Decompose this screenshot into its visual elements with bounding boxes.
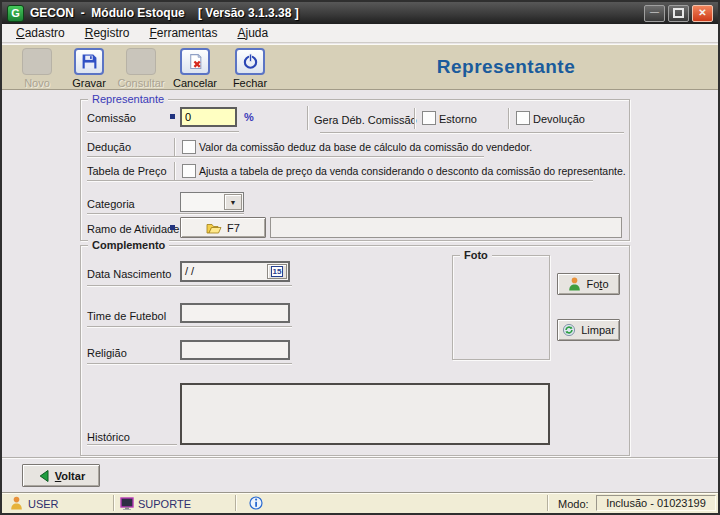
fechar-button[interactable]: Fechar [221,48,279,89]
time-futebol-label: Time de Futebol [87,310,166,322]
modo-value: Inclusão - 01023199 [596,495,716,511]
maximize-button[interactable] [668,5,689,22]
categoria-label: Categoria [87,198,135,210]
gravar-button[interactable]: Gravar [60,48,118,89]
separator [508,108,510,129]
separator [113,495,115,511]
separator [320,132,624,134]
separator [174,138,176,156]
ramo-lookup-label: F7 [227,222,240,234]
app-window: G GECON - Módulo Estoque [ Versão 3.1.3.… [0,0,720,515]
minimize-button[interactable]: — [644,5,665,22]
power-close-icon [235,48,265,75]
separator [235,495,237,511]
deducao-label: Dedução [87,141,131,153]
toolbar: Novo Gravar Consultar Cancelar Fechar Re… [2,44,718,90]
person-icon [568,277,581,291]
data-nascimento-field[interactable]: / / 15 [180,261,290,282]
estorno-checkbox[interactable] [422,111,436,125]
novo-button[interactable]: Novo [8,48,66,89]
categoria-select[interactable]: ▼ [180,192,244,212]
foto-groupbox [452,255,550,360]
separator [87,131,239,133]
user-icon [10,496,23,510]
comissao-input[interactable] [180,107,237,127]
percent-sign: % [244,111,254,123]
foto-button-label: Foto [586,278,608,290]
voltar-button[interactable]: Voltar [22,464,100,487]
separator [87,156,484,158]
cancelar-button[interactable]: Cancelar [166,48,224,89]
religiao-input[interactable] [180,340,290,360]
separator [174,162,176,180]
ramo-atividade-label: Ramo de Atividade [87,223,179,235]
modo-label: Modo: [558,498,589,510]
maximize-icon [673,8,684,18]
close-button[interactable]: ✕ [692,5,713,22]
separator [87,213,244,215]
foto-group-title: Foto [460,249,492,261]
search-icon [126,48,156,75]
menu-registro[interactable]: Registro [75,24,140,43]
separator [414,108,416,129]
minimize-icon: — [650,7,659,17]
calendar-icon: 15 [271,266,284,277]
estorno-label: Estorno [439,113,477,125]
monitor-icon [120,497,134,510]
tabela-preco-checkbox[interactable] [182,164,196,178]
back-arrow-icon [37,469,50,483]
deducao-checkbox[interactable] [182,140,196,154]
devolucao-checkbox[interactable] [516,111,530,125]
tabela-preco-label: Tabela de Preço [87,165,167,177]
tabela-preco-checkbox-label: Ajusta a tabela de preço da venda consid… [199,165,626,177]
gera-deb-label: Gera Déb. Comissão [314,114,410,126]
new-icon [22,48,52,75]
separator [87,326,292,328]
menu-ajuda[interactable]: Ajuda [227,24,278,43]
time-futebol-input[interactable] [180,303,290,323]
required-marker [170,225,175,230]
menu-ferramentas[interactable]: Ferramentas [139,24,227,43]
voltar-button-label: Voltar [55,470,85,482]
required-marker [170,114,175,119]
separator [547,495,549,511]
comissao-label: Comissão [87,112,136,124]
clear-recycle-icon [562,323,576,337]
folder-icon [206,222,222,234]
menu-bar: Cadastro Registro Ferramentas Ajuda [2,24,718,43]
complemento-group-title: Complemento [88,239,169,251]
separator [87,363,292,365]
historico-label: Histórico [87,431,130,443]
chevron-down-icon[interactable]: ▼ [224,194,242,210]
historico-textarea[interactable] [180,383,550,445]
page-title: Representante [322,56,690,78]
status-bar: USER SUPORTE Modo: Inclusão - 01023199 [2,492,718,513]
title-bar: G GECON - Módulo Estoque [ Versão 3.1.3.… [2,2,718,24]
info-icon[interactable] [249,496,263,510]
app-icon: G [7,5,24,22]
ramo-atividade-field[interactable] [270,217,622,238]
ramo-lookup-button[interactable]: F7 [180,217,266,238]
data-nascimento-label: Data Nascimento [87,268,171,280]
window-title: GECON - Módulo Estoque [ Versão 3.1.3.38… [30,6,299,20]
status-user: USER [28,498,59,510]
calendar-button[interactable]: 15 [267,264,287,279]
menu-cadastro[interactable]: Cadastro [6,24,75,43]
cancel-document-icon [180,48,210,75]
consultar-button[interactable]: Consultar [112,48,170,89]
representante-group-title: Representante [88,93,168,105]
separator [87,285,292,287]
status-support: SUPORTE [138,498,191,510]
devolucao-label: Devolução [533,113,585,125]
close-icon: ✕ [698,7,706,18]
religiao-label: Religião [87,347,127,359]
limpar-button[interactable]: Limpar [557,319,620,341]
separator [307,106,309,130]
separator [2,457,720,459]
limpar-button-label: Limpar [581,324,615,336]
separator [87,444,177,446]
deducao-checkbox-label: Valor da comissão deduz da base de cálcu… [199,141,532,153]
foto-button[interactable]: Foto [557,273,620,295]
separator [87,180,593,182]
save-floppy-icon [74,48,104,75]
